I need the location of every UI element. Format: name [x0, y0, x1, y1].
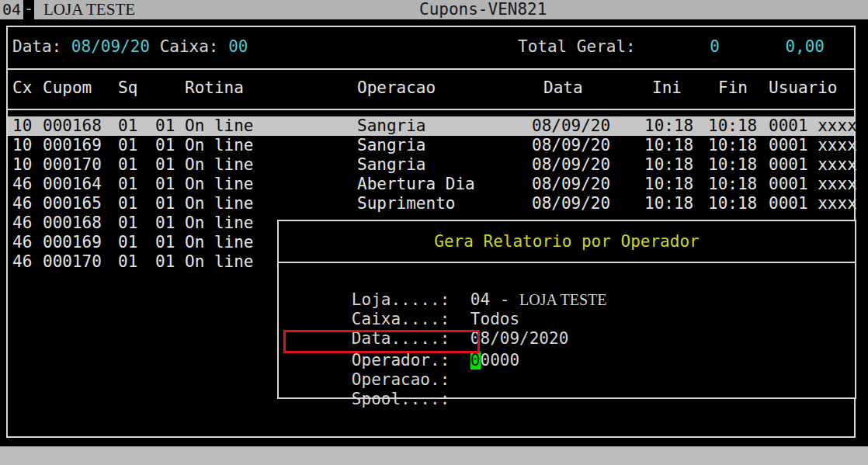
cell-operacao: Sangria	[357, 136, 532, 155]
field-data[interactable]: Data.....:08/09/2020	[293, 310, 568, 329]
col-rotina: Rotina	[185, 78, 357, 98]
caixa-value: 00	[228, 37, 248, 56]
store-code-badge: 04	[0, 0, 23, 19]
cell-fin: 10:18	[708, 155, 769, 175]
caixa-label: Caixa:	[150, 37, 228, 56]
cell-cupom: 000168	[43, 213, 118, 233]
store-name-label: LOJA TESTE	[43, 0, 135, 19]
cell-sq2: 01	[155, 252, 185, 272]
cell-cx: 46	[12, 213, 43, 233]
table-row[interactable]: 100001690101On lineSangria08/09/2010:181…	[8, 136, 854, 155]
cell-sq: 01	[118, 155, 155, 175]
field-spool[interactable]: Spool....:	[293, 370, 470, 390]
cell-rotina: On line	[185, 136, 357, 155]
col-cupom: Cupom	[43, 78, 118, 98]
cell-rotina: On line	[185, 175, 357, 194]
cell-ini: 10:18	[644, 136, 708, 155]
title-bar: 04 - LOJA TESTE Cupons-VEN821	[0, 0, 868, 19]
cell-cx: 46	[12, 252, 43, 272]
col-data: Data	[532, 78, 644, 98]
bottom-bar	[0, 446, 868, 465]
field-operador-value: 0000	[481, 351, 520, 370]
cell-sq2: 01	[155, 194, 185, 213]
cell-operacao: Sangria	[357, 155, 532, 175]
cell-rotina: On line	[185, 194, 357, 213]
divider-top	[8, 68, 854, 70]
table-row[interactable]: 460001650101On lineSuprimento08/09/2010:…	[8, 194, 854, 213]
table-row[interactable]: 460001640101On lineAbertura Dia08/09/201…	[8, 175, 854, 194]
cell-cupom: 000169	[43, 136, 118, 155]
cell-operacao: Suprimento	[357, 194, 532, 213]
cell-fin: 10:18	[708, 175, 769, 194]
cell-ini: 10:18	[644, 116, 708, 136]
cell-usuario: 0001 xxxx	[769, 116, 857, 136]
total-geral-label: Total Geral:	[518, 37, 636, 57]
cell-sq: 01	[118, 233, 155, 252]
cell-ini: 10:18	[644, 194, 708, 213]
field-operacao[interactable]: Operacao.:	[293, 351, 470, 370]
dialog-title-divider	[279, 262, 855, 263]
field-operador[interactable]: Operador.:00000	[293, 331, 519, 351]
cell-fin: 10:18	[708, 116, 769, 136]
cell-sq2: 01	[155, 155, 185, 175]
date-value: 08/09/20	[71, 37, 150, 56]
cell-cx: 46	[12, 233, 43, 252]
cell-cupom: 000164	[43, 175, 118, 194]
cell-ini: 10:18	[644, 155, 708, 175]
cell-sq2: 01	[155, 233, 185, 252]
app-title: Cupons-VEN821	[419, 0, 547, 19]
cell-cx: 46	[12, 175, 43, 194]
field-loja[interactable]: Loja.....:04 - LOJA TESTE	[293, 271, 607, 290]
cell-sq: 01	[118, 116, 155, 136]
cell-sq2: 01	[155, 136, 185, 155]
dialog-title: Gera Relatorio por Operador	[279, 232, 855, 252]
cell-usuario: 0001 xxxx	[769, 194, 857, 213]
cell-cupom: 000170	[43, 252, 118, 272]
cell-cx: 10	[12, 155, 43, 175]
cell-ini: 10:18	[644, 175, 708, 194]
store-code-dash: -	[23, 0, 34, 19]
field-loja-value-name: LOJA TESTE	[519, 291, 606, 308]
cell-fin: 10:18	[708, 194, 769, 213]
total-geral-count: 0	[629, 37, 720, 57]
summary-row: Data: 08/09/20 Caixa: 00 Total Geral: 0 …	[8, 37, 854, 57]
cell-sq: 01	[118, 136, 155, 155]
col-sq: Sq	[118, 78, 155, 98]
cell-data: 08/09/20	[532, 155, 644, 175]
cell-usuario: 0001 xxxx	[769, 155, 857, 175]
cell-sq: 01	[118, 252, 155, 272]
table-row[interactable]: 100001700101On lineSangria08/09/2010:181…	[8, 155, 854, 175]
table-row[interactable]: 100001680101On lineSangria08/09/2010:181…	[8, 116, 854, 136]
cell-data: 08/09/20	[532, 136, 644, 155]
cell-usuario: 0001 xxxx	[769, 136, 857, 155]
field-spool-label: Spool....:	[352, 390, 470, 409]
cell-rotina: On line	[185, 155, 357, 175]
cell-data: 08/09/20	[532, 175, 644, 194]
cell-cupom: 000169	[43, 233, 118, 252]
field-caixa[interactable]: Caixa....:Todos	[293, 290, 519, 310]
title-bar-main: LOJA TESTE Cupons-VEN821	[34, 0, 868, 19]
cell-cx: 10	[12, 136, 43, 155]
col-cx: Cx	[12, 78, 43, 98]
cell-sq2: 01	[155, 175, 185, 194]
terminal-screen: 04 - LOJA TESTE Cupons-VEN821 Data: 08/0…	[0, 0, 868, 465]
total-geral-amount: 0,00	[738, 37, 825, 57]
cell-cupom: 000165	[43, 194, 118, 213]
cell-sq2: 01	[155, 116, 185, 136]
cell-cx: 10	[12, 116, 43, 136]
cell-fin: 10:18	[708, 136, 769, 155]
col-ini: Ini	[644, 78, 708, 98]
col-fin: Fin	[708, 78, 769, 98]
cell-sq: 01	[118, 175, 155, 194]
cell-sq: 01	[118, 194, 155, 213]
cell-operacao: Sangria	[357, 116, 532, 136]
cell-sq: 01	[118, 213, 155, 233]
cell-rotina: On line	[185, 116, 357, 136]
operador-input-cursor[interactable]: 0	[470, 351, 481, 370]
col-operacao: Operacao	[357, 78, 532, 98]
col-usuario: Usuario	[769, 78, 854, 98]
cell-data: 08/09/20	[532, 116, 644, 136]
date-label: Data:	[12, 37, 71, 56]
divider-header	[8, 109, 854, 110]
cell-cx: 46	[12, 194, 43, 213]
